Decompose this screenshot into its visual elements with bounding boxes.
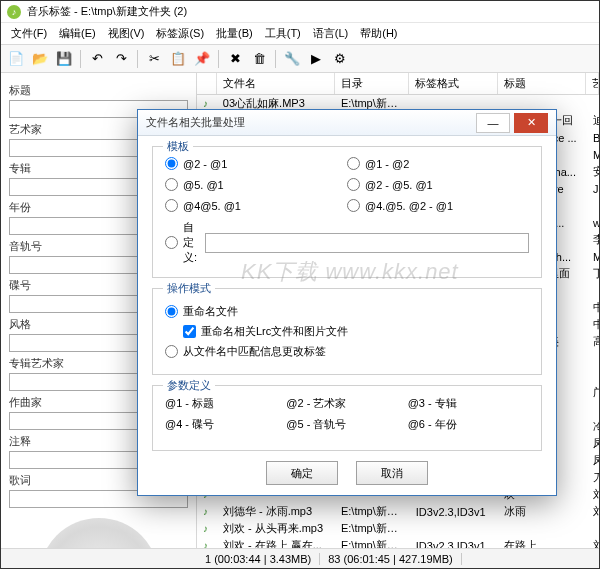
col-icon[interactable] (197, 73, 217, 94)
cell-artist: Maria Arredon... (587, 149, 599, 161)
col-tagformat[interactable]: 标签格式 (409, 73, 497, 94)
menu-tagsource[interactable]: 标签源(S) (150, 24, 210, 43)
radio-tpl-4[interactable] (347, 178, 360, 191)
input-custom-template[interactable] (205, 233, 529, 253)
cell-dir: E:\tmp\新建... (335, 538, 410, 548)
batch-filename-dialog: 文件名相关批量处理 — ✕ 模板 @2 - @1 @1 - @2 @5. @1 … (137, 109, 557, 496)
cell-artist: www.djttt.co... (587, 217, 599, 229)
toolbar-separator (80, 50, 81, 68)
group-mode-label: 操作模式 (163, 281, 215, 296)
cell-title: 冰雨 (498, 504, 587, 519)
cell-artist: 中国古筝经典... (587, 317, 599, 332)
checkbox-rename-related[interactable] (183, 325, 196, 338)
cell-artist: 凤凰传奇 (587, 453, 599, 468)
cell-artist: 刘德华 (587, 504, 599, 519)
table-row[interactable]: ♪刘欢 - 在路上 赢在...E:\tmp\新建...ID3v2.3,ID3v1… (197, 537, 599, 548)
toolbar-btn[interactable]: 📋 (167, 48, 189, 70)
cell-artist: 刘欢 (587, 538, 599, 548)
window-title: 音乐标签 - E:\tmp\新建文件夹 (2) (27, 4, 187, 19)
param-6: @6 - 年份 (408, 417, 529, 432)
toolbar-btn[interactable]: ↷ (110, 48, 132, 70)
cell-artist: 冷漠 (587, 419, 599, 434)
col-title[interactable]: 标题 (498, 73, 586, 94)
cell-fmt: ID3v2.3,ID3v1 (410, 506, 499, 518)
radio-tpl-6[interactable] (347, 199, 360, 212)
menu-edit[interactable]: 编辑(E) (53, 24, 102, 43)
cell-name: 刘欢 - 在路上 赢在... (217, 538, 335, 548)
col-artist[interactable]: 艺术家 (586, 73, 599, 94)
toolbar-separator (218, 50, 219, 68)
toolbar-btn[interactable]: 🔧 (281, 48, 303, 70)
radio-tpl-custom[interactable] (165, 236, 178, 249)
dialog-minimize-button[interactable]: — (476, 113, 510, 133)
toolbar-btn[interactable]: ✂ (143, 48, 165, 70)
toolbar-btn[interactable]: 💾 (53, 48, 75, 70)
menu-batch[interactable]: 批量(B) (210, 24, 259, 43)
group-params-label: 参数定义 (163, 378, 215, 393)
dialog-close-button[interactable]: ✕ (514, 113, 548, 133)
toolbar-btn[interactable]: 📂 (29, 48, 51, 70)
cell-name: 刘德华 - 冰雨.mp3 (217, 504, 335, 519)
cell-title: 在路上 (498, 538, 587, 548)
param-5: @5 - 音轨号 (286, 417, 407, 432)
toolbar-separator (275, 50, 276, 68)
label-title: 标题 (9, 83, 188, 98)
main-menubar: 文件(F) 编辑(E) 视图(V) 标签源(S) 批量(B) 工具(T) 语言(… (1, 23, 599, 45)
cell-artist: Moonlight Sh... (587, 251, 599, 263)
cell-artist: 迪士高 (587, 113, 599, 128)
cell-artist: 丁邦&樊桐舟 (587, 266, 599, 281)
cell-name: 刘欢 - 从头再来.mp3 (217, 521, 335, 536)
toolbar-btn[interactable]: ▶ (305, 48, 327, 70)
cell-fmt: ID3v2.3,ID3v1 (410, 540, 499, 549)
table-row[interactable]: ♪刘欢 - 从头再来.mp3E:\tmp\新建... (197, 520, 599, 537)
toolbar-btn[interactable]: ✖ (224, 48, 246, 70)
radio-tpl-5[interactable] (165, 199, 178, 212)
cell-dir: E:\tmp\新建... (335, 504, 410, 519)
music-icon: ♪ (197, 523, 217, 534)
menu-view[interactable]: 视图(V) (102, 24, 151, 43)
col-directory[interactable]: 目录 (335, 73, 410, 94)
cell-artist: 邝美云 (587, 385, 599, 400)
toolbar-btn[interactable]: ↶ (86, 48, 108, 70)
music-icon: ♪ (197, 98, 217, 109)
group-template-label: 模板 (163, 139, 193, 154)
status-total: 83 (06:01:45 | 427.19MB) (320, 553, 462, 565)
toolbar-btn[interactable]: 📌 (191, 48, 213, 70)
radio-rename-file[interactable] (165, 305, 178, 318)
param-4: @4 - 碟号 (165, 417, 286, 432)
cell-artist: 刀郎 (587, 470, 599, 485)
menu-language[interactable]: 语言(L) (307, 24, 354, 43)
radio-tpl-2[interactable] (347, 157, 360, 170)
menu-help[interactable]: 帮助(H) (354, 24, 403, 43)
statusbar: 1 (00:03:44 | 3.43MB) 83 (06:01:45 | 427… (1, 548, 599, 568)
cell-artist: 刘德华 (587, 487, 599, 502)
cell-artist: 安立奎 (587, 164, 599, 179)
dialog-titlebar[interactable]: 文件名相关批量处理 — ✕ (138, 110, 556, 136)
radio-tpl-1[interactable] (165, 157, 178, 170)
cell-artist: Bon Jovi (587, 132, 599, 144)
cell-artist: 李克勤 (587, 232, 599, 247)
ok-button[interactable]: 确定 (266, 461, 338, 485)
toolbar-btn[interactable]: 📄 (5, 48, 27, 70)
app-icon: ♪ (7, 5, 21, 19)
radio-tpl-3[interactable] (165, 178, 178, 191)
menu-file[interactable]: 文件(F) (5, 24, 53, 43)
main-toolbar: 📄 📂 💾 ↶ ↷ ✂ 📋 📌 ✖ 🗑 🔧 ▶ ⚙ (1, 45, 599, 73)
cancel-button[interactable]: 取消 (356, 461, 428, 485)
menu-tools[interactable]: 工具(T) (259, 24, 307, 43)
cell-artist: Jay-Z Feat Lin... (587, 183, 599, 195)
param-2: @2 - 艺术家 (286, 396, 407, 411)
toolbar-btn[interactable]: 🗑 (248, 48, 270, 70)
col-filename[interactable]: 文件名 (217, 73, 335, 94)
window-titlebar: ♪ 音乐标签 - E:\tmp\新建文件夹 (2) (1, 1, 599, 23)
table-row[interactable]: ♪刘德华 - 冰雨.mp3E:\tmp\新建...ID3v2.3,ID3v1冰雨… (197, 503, 599, 520)
cell-dir: E:\tmp\新建... (335, 521, 410, 536)
toolbar-separator (137, 50, 138, 68)
cell-artist: 高胜美 (587, 334, 599, 349)
status-selection: 1 (00:03:44 | 3.43MB) (197, 553, 320, 565)
toolbar-btn[interactable]: ⚙ (329, 48, 351, 70)
table-header: 文件名 目录 标签格式 标题 艺术家 (197, 73, 599, 95)
param-3: @3 - 专辑 (408, 396, 529, 411)
album-art-placeholder[interactable] (39, 518, 159, 548)
radio-parse-filename[interactable] (165, 345, 178, 358)
